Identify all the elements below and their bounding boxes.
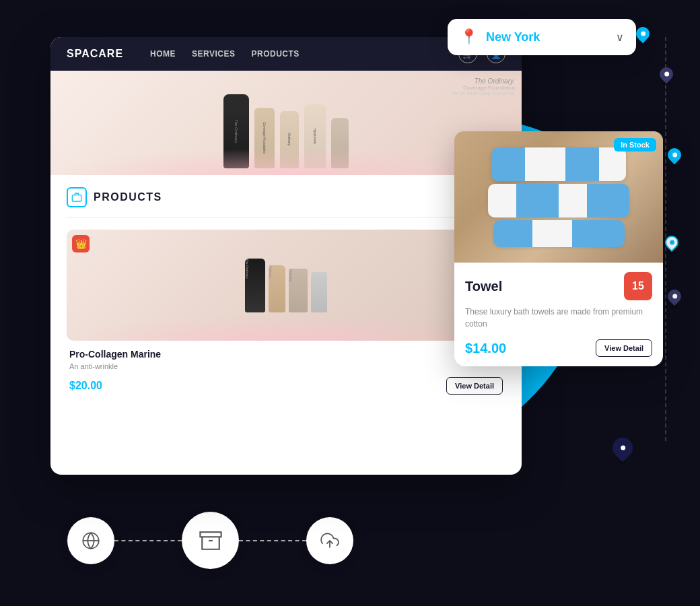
location-pin-icon: 📍 — [460, 28, 478, 46]
product-1-bg: The Ordinary. Ordinary. Ordinary. — [67, 230, 505, 341]
quantity-badge: 15 — [624, 272, 652, 300]
towel-image-area: In Stock — [454, 131, 663, 263]
products-title: PRODUCTS — [94, 191, 162, 203]
product-card-1: The Ordinary. Ordinary. Ordinary. — [67, 230, 505, 400]
towel-card: In Stock Towel 15 These luxury bath towe… — [454, 131, 663, 366]
location-city: New York — [486, 30, 608, 44]
nav-home[interactable]: HOME — [150, 49, 176, 59]
towel-name-row: Towel 15 — [465, 272, 652, 300]
products-section: PRODUCTS The Ordinary. Ordinary. — [50, 175, 522, 412]
crown-badge: 👑 — [72, 235, 90, 252]
location-chevron-icon[interactable]: ∨ — [616, 31, 624, 44]
in-stock-badge: In Stock — [614, 138, 656, 152]
product-1-name: Pro-Collagen Marine — [69, 349, 503, 360]
bottom-icons-row — [67, 512, 353, 569]
svg-rect-3 — [200, 532, 221, 537]
p1-bottle-4 — [311, 272, 327, 312]
main-app-card: SPACARE HOME SERVICES PRODUCTS 🛒 👤 The O… — [50, 37, 522, 475]
p1-bottle-1: The Ordinary. — [245, 259, 265, 312]
towel-name: Towel — [465, 279, 502, 294]
product-1-info: Pro-Collagen Marine An anti-wrinkle $20.… — [67, 341, 505, 400]
towel-layer-1 — [491, 147, 626, 181]
map-pin-7 — [612, 438, 633, 463]
product-1-petals — [67, 314, 505, 341]
dashed-line-2 — [239, 540, 306, 541]
product-1-price: $20.00 — [69, 380, 102, 392]
product-1-image: The Ordinary. Ordinary. Ordinary. — [67, 230, 505, 341]
towel-detail-btn[interactable]: View Detail — [596, 339, 652, 357]
products-icon — [67, 187, 87, 207]
dashed-line-1 — [114, 540, 182, 541]
map-pin-5 — [668, 290, 681, 308]
towel-desc: These luxury bath towels are made from p… — [465, 306, 652, 330]
scene: SPACARE HOME SERVICES PRODUCTS 🛒 👤 The O… — [0, 0, 700, 606]
svg-rect-0 — [72, 195, 81, 201]
product-1-footer: $20.00 View Detail — [69, 377, 503, 395]
towel-price: $14.00 — [465, 341, 506, 356]
product-1-desc: An anti-wrinkle — [69, 362, 503, 370]
map-pin-2 — [660, 67, 673, 86]
towel-layer-2 — [488, 184, 629, 217]
hero-area: The Ordinary. Coverage Foundation Ordina… — [50, 71, 522, 175]
towel-info: Towel 15 These luxury bath towels are ma… — [454, 263, 663, 366]
towel-footer: $14.00 View Detail — [465, 339, 652, 357]
cloud-icon-circle[interactable] — [306, 517, 353, 564]
brand-logo: SPACARE — [67, 48, 123, 60]
towel-layer-3 — [493, 220, 625, 247]
nav-links: HOME SERVICES PRODUCTS — [150, 49, 300, 59]
map-pin-1 — [636, 27, 650, 46]
product-1-detail-btn[interactable]: View Detail — [446, 377, 503, 395]
products-header: PRODUCTS — [67, 187, 505, 217]
location-card[interactable]: 📍 New York ∨ — [448, 19, 636, 55]
nav-services[interactable]: SERVICES — [192, 49, 235, 59]
hero-petals — [50, 148, 522, 175]
hero-text-overlay: The Ordinary. Coverage Foundation Tint d… — [451, 77, 515, 96]
product-1-bottles: The Ordinary. Ordinary. Ordinary. — [245, 259, 327, 312]
towel-stack — [485, 147, 633, 247]
products-row: The Ordinary. Ordinary. Ordinary. — [67, 230, 505, 400]
p1-bottle-2: Ordinary. — [269, 265, 285, 312]
box-icon-circle[interactable] — [182, 512, 239, 569]
globe-icon-circle[interactable] — [67, 517, 114, 564]
map-pin-3 — [668, 148, 681, 167]
map-pin-4 — [665, 236, 678, 255]
nav-products[interactable]: PRODUCTS — [252, 49, 300, 59]
p1-bottle-3: Ordinary. — [289, 269, 308, 312]
